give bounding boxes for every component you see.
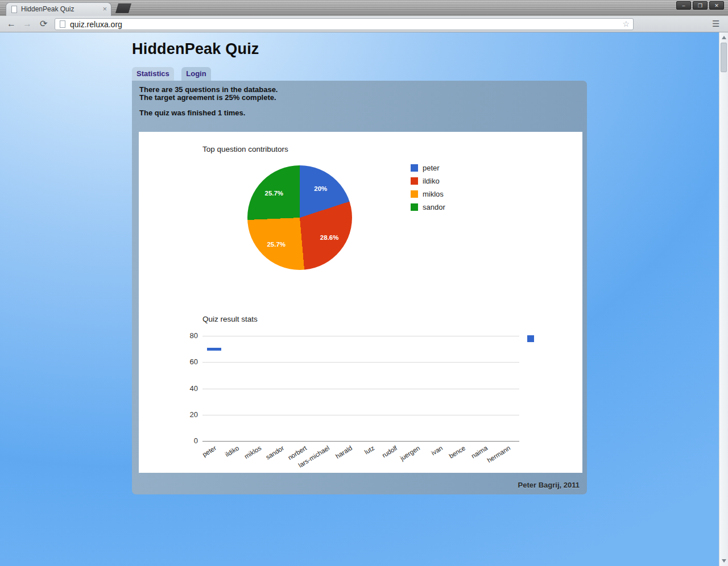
pie-slice-label: 20%	[314, 185, 327, 192]
pie-chart: 20%28.6%25.7%25.7%	[247, 165, 352, 270]
gridline	[202, 389, 519, 389]
legend-label: miklos	[423, 190, 444, 198]
legend-label: ildiko	[423, 177, 440, 185]
window-controls: – ❐ ✕	[676, 1, 724, 10]
tab-statistics[interactable]: Statistics	[132, 67, 174, 81]
gridline	[202, 441, 519, 442]
legend-swatch	[411, 177, 418, 185]
y-tick-label: 20	[175, 410, 198, 419]
legend-swatch	[411, 190, 418, 198]
x-tick-label: lutz	[363, 444, 376, 456]
legend-item: miklos	[411, 190, 445, 198]
summary-line-questions: There are 35 questions in the database.	[139, 86, 278, 94]
url-text: quiz.reluxa.org	[70, 20, 122, 29]
pie-slice-label: 25.7%	[264, 190, 283, 197]
x-tick-label: hermann	[486, 444, 512, 464]
legend-label: sandor	[423, 203, 445, 211]
summary-line-agreement: The target agreement is 25% complete.	[139, 94, 278, 102]
page-viewport: HiddenPeak Quiz Statistics Login There a…	[0, 32, 728, 566]
bar-value-marker	[207, 348, 221, 351]
x-tick-label: ivan	[430, 444, 444, 456]
bar-legend-marker	[527, 335, 534, 342]
pie-legend: peterildikomiklossandor	[411, 164, 445, 216]
x-tick-label: miklos	[243, 444, 263, 460]
browser-tab[interactable]: HiddenPeak Quiz ×	[6, 2, 111, 16]
reload-button[interactable]: ⟳	[40, 18, 47, 30]
legend-item: sandor	[411, 203, 445, 211]
bar-chart-title: Quiz result stats	[202, 315, 258, 323]
pie-chart-title: Top question contributors	[202, 145, 288, 153]
y-tick-label: 40	[175, 384, 198, 393]
tab-title: HiddenPeak Quiz	[21, 5, 74, 13]
scroll-up-icon[interactable]	[722, 36, 726, 39]
window-restore-button[interactable]: ❐	[693, 1, 708, 10]
forward-button[interactable]: →	[23, 18, 32, 30]
page-icon	[60, 20, 65, 28]
browser-titlebar: HiddenPeak Quiz × – ❐ ✕	[0, 0, 728, 16]
tab-login[interactable]: Login	[181, 67, 210, 81]
page-favicon-icon	[11, 6, 17, 13]
stats-panel: There are 35 questions in the database. …	[132, 81, 587, 494]
legend-swatch	[411, 164, 418, 172]
x-tick-label: sandor	[264, 444, 285, 461]
legend-item: peter	[411, 164, 445, 172]
x-tick-label: ildiko	[224, 444, 240, 458]
summary-line-finished: The quiz was finished 1 times.	[139, 109, 278, 117]
y-tick-label: 80	[175, 331, 198, 340]
x-tick-label: harald	[334, 444, 353, 460]
legend-label: peter	[423, 164, 440, 172]
page-footer: Peter Bagrij, 2011	[518, 481, 580, 489]
page-tabs: Statistics Login	[132, 67, 216, 81]
window-minimize-button[interactable]: –	[676, 1, 691, 10]
gridline	[202, 362, 519, 363]
scrollbar[interactable]	[719, 32, 728, 566]
bar-plot: 020406080peterildikomiklossandornorbertl…	[202, 336, 519, 441]
gridline	[202, 336, 519, 336]
scrollbar-thumb[interactable]	[721, 43, 727, 72]
scroll-down-icon[interactable]	[722, 559, 726, 563]
x-tick-label: peter	[201, 444, 218, 458]
legend-item: ildiko	[411, 177, 445, 185]
back-button[interactable]: ←	[7, 18, 16, 30]
x-tick-label: rudolf	[381, 444, 399, 459]
window-close-button[interactable]: ✕	[709, 1, 724, 10]
page-title: HiddenPeak Quiz	[132, 40, 259, 58]
address-bar[interactable]: quiz.reluxa.org ☆	[55, 18, 634, 30]
y-tick-label: 0	[175, 436, 198, 445]
menu-icon[interactable]: ☰	[712, 19, 719, 29]
bookmark-star-icon[interactable]: ☆	[622, 19, 630, 28]
pie-slice-label: 28.6%	[320, 234, 339, 241]
summary-text: There are 35 questions in the database. …	[139, 86, 278, 117]
charts-container: Top question contributors 20%28.6%25.7%2…	[139, 132, 582, 473]
pie-slice-label: 25.7%	[267, 241, 286, 248]
legend-swatch	[411, 203, 418, 211]
y-tick-label: 60	[175, 357, 198, 366]
tab-close-icon[interactable]: ×	[102, 5, 107, 13]
x-tick-label: juergen	[399, 444, 421, 462]
gridline	[202, 415, 519, 415]
new-tab-button[interactable]	[115, 3, 131, 13]
x-tick-label: bence	[448, 444, 466, 460]
browser-toolbar: ← → ⟳ quiz.reluxa.org ☆ ABP ☰	[0, 16, 728, 32]
